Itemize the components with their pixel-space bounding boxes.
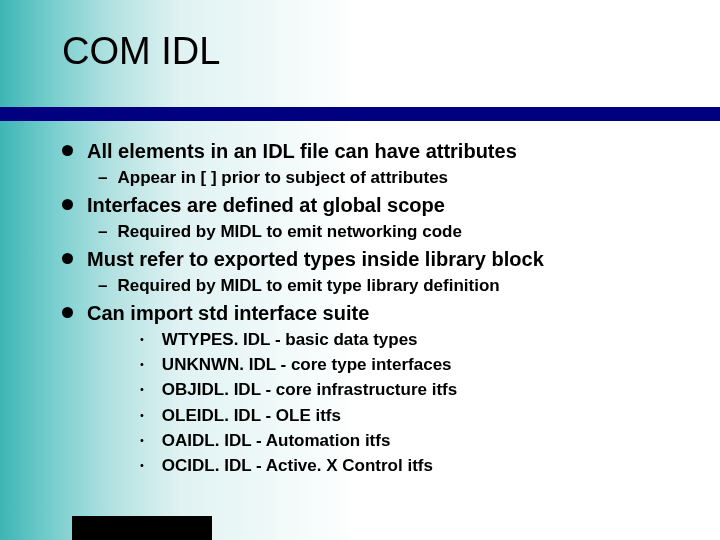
bullet-text: All elements in an IDL file can have att… — [87, 139, 517, 164]
bullet-text: Interfaces are defined at global scope — [87, 193, 445, 218]
sub-bullet-text: OLEIDL. IDL - OLE itfs — [162, 405, 341, 427]
small-bullet-icon: • — [140, 460, 144, 471]
small-bullet-icon: • — [140, 359, 144, 370]
sub-bullet-dot: •OBJIDL. IDL - core infrastructure itfs — [140, 379, 692, 401]
top-bullet: All elements in an IDL file can have att… — [62, 139, 692, 164]
dash-icon: – — [98, 275, 107, 297]
sub-bullet-text: Appear in [ ] prior to subject of attrib… — [117, 167, 448, 189]
small-bullet-icon: • — [140, 384, 144, 395]
small-bullet-icon: • — [140, 334, 144, 345]
title-underline — [0, 107, 720, 121]
top-bullet: Interfaces are defined at global scope — [62, 193, 692, 218]
top-bullet: Can import std interface suite — [62, 301, 692, 326]
small-bullet-icon: • — [140, 435, 144, 446]
slide-title: COM IDL — [62, 30, 720, 73]
dash-icon: – — [98, 167, 107, 189]
sub-bullet-dot: •WTYPES. IDL - basic data types — [140, 329, 692, 351]
sub-bullet-dot: •OLEIDL. IDL - OLE itfs — [140, 405, 692, 427]
bullet-text: Must refer to exported types inside libr… — [87, 247, 544, 272]
sub-bullet-dash: –Required by MIDL to emit type library d… — [98, 275, 692, 297]
sub-bullet-dash: –Appear in [ ] prior to subject of attri… — [98, 167, 692, 189]
sub-bullet-text: Required by MIDL to emit networking code — [117, 221, 461, 243]
footer-block — [72, 516, 212, 540]
sub-bullet-dot: •OCIDL. IDL - Active. X Control itfs — [140, 455, 692, 477]
bullet-icon — [62, 307, 73, 318]
sub-bullet-text: OAIDL. IDL - Automation itfs — [162, 430, 391, 452]
small-bullet-icon: • — [140, 410, 144, 421]
bullet-icon — [62, 145, 73, 156]
title-area: COM IDL — [0, 0, 720, 73]
sub-bullet-dot: •UNKNWN. IDL - core type interfaces — [140, 354, 692, 376]
top-bullet: Must refer to exported types inside libr… — [62, 247, 692, 272]
dash-icon: – — [98, 221, 107, 243]
slide-content: All elements in an IDL file can have att… — [62, 135, 692, 480]
sub-bullet-dash: –Required by MIDL to emit networking cod… — [98, 221, 692, 243]
sub-bullet-text: WTYPES. IDL - basic data types — [162, 329, 418, 351]
bullet-text: Can import std interface suite — [87, 301, 369, 326]
sub-bullet-text: Required by MIDL to emit type library de… — [117, 275, 499, 297]
sub-bullet-text: OBJIDL. IDL - core infrastructure itfs — [162, 379, 457, 401]
bullet-icon — [62, 199, 73, 210]
sub-bullet-text: OCIDL. IDL - Active. X Control itfs — [162, 455, 433, 477]
bullet-icon — [62, 253, 73, 264]
sub-bullet-dot: •OAIDL. IDL - Automation itfs — [140, 430, 692, 452]
sub-bullet-text: UNKNWN. IDL - core type interfaces — [162, 354, 452, 376]
